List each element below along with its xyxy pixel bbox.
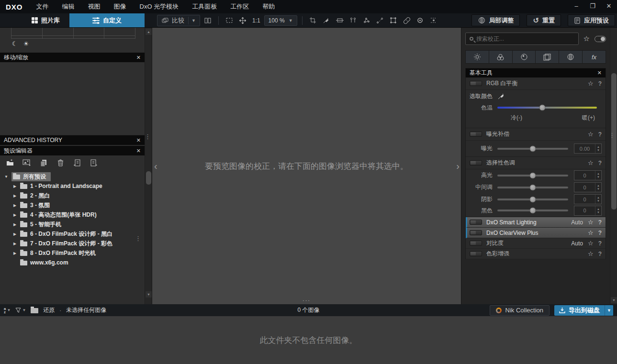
spin-up-icon[interactable]: ▲: [597, 145, 600, 148]
preset-folder[interactable]: ▶ 1 - Portrait and Landscape: [0, 181, 145, 191]
tree-collapsed-icon[interactable]: ▶: [12, 203, 17, 208]
exposure-slider[interactable]: [497, 148, 568, 150]
slider-handle[interactable]: [530, 196, 536, 202]
slider-handle[interactable]: [530, 184, 536, 190]
favorite-star-icon[interactable]: ☆: [588, 159, 594, 166]
category-geometry-tab[interactable]: [536, 51, 559, 63]
spin-down-icon[interactable]: ▼: [597, 211, 600, 214]
white-balance-enable-toggle[interactable]: [470, 81, 482, 86]
delete-preset-icon[interactable]: [55, 157, 66, 168]
control-point-icon[interactable]: [348, 15, 359, 26]
scroll-up-icon[interactable]: ▲: [146, 29, 152, 35]
color-enhance-row[interactable]: 色彩增强 ☆ ?: [466, 249, 606, 259]
scrollbar-thumb[interactable]: [146, 171, 151, 185]
tree-collapsed-icon[interactable]: ▶: [12, 222, 17, 227]
tree-collapsed-icon[interactable]: ▶: [12, 242, 17, 246]
search-input[interactable]: [476, 35, 574, 42]
slider-handle[interactable]: [530, 208, 536, 214]
clearview-row[interactable]: DxO ClearView Plus ☆ ?: [466, 228, 606, 238]
menu-optics-modules[interactable]: DxO 光学模块: [133, 0, 186, 13]
spinner[interactable]: ▲▼: [595, 195, 601, 204]
favorite-star-icon[interactable]: ☆: [588, 250, 594, 257]
scroll-down-icon[interactable]: ▼: [611, 297, 617, 303]
control-line-icon[interactable]: [374, 15, 386, 26]
crop-icon[interactable]: [307, 15, 319, 26]
new-folder-icon[interactable]: [5, 157, 15, 168]
perspective-icon[interactable]: [388, 15, 399, 26]
repair-icon[interactable]: [401, 15, 413, 26]
contrast-row[interactable]: 对比度 Auto ☆ ?: [466, 238, 606, 249]
preset-folder[interactable]: ▶ 5 - 智能手机: [0, 220, 145, 229]
compare-button[interactable]: 比较 ▼: [157, 15, 200, 26]
category-color-tab[interactable]: [489, 51, 513, 63]
splitter-handle[interactable]: ···: [303, 298, 311, 303]
color-enhance-enable-toggle[interactable]: [470, 251, 482, 256]
temperature-slider[interactable]: [497, 107, 597, 109]
search-corrections-box[interactable]: [465, 33, 579, 45]
highlights-slider[interactable]: [497, 175, 568, 176]
menu-view[interactable]: 视图: [81, 0, 107, 13]
menu-workspace[interactable]: 工作区: [224, 0, 256, 13]
left-panel-scrollbar[interactable]: ▲ ▼: [145, 28, 152, 304]
export-options-caret[interactable]: ▼: [605, 305, 613, 316]
spin-down-icon[interactable]: ▼: [597, 149, 600, 152]
tree-collapsed-icon[interactable]: ▶: [12, 213, 17, 217]
current-folder-icon[interactable]: [31, 308, 38, 313]
spinner[interactable]: ▲▼: [595, 183, 601, 192]
control-polygon-icon[interactable]: [361, 15, 372, 26]
spin-up-icon[interactable]: ▲: [597, 184, 600, 187]
tree-expanded-icon[interactable]: ▼: [4, 175, 9, 179]
highlights-value-box[interactable]: 0 ▲▼: [574, 170, 602, 180]
category-fx-tab[interactable]: fx: [583, 51, 606, 63]
close-icon[interactable]: ✕: [136, 55, 141, 61]
favorite-star-icon[interactable]: ☆: [588, 240, 594, 247]
spinner[interactable]: ▲▼: [595, 171, 601, 180]
favorite-star-icon[interactable]: ☆: [588, 219, 594, 226]
help-icon[interactable]: ?: [598, 219, 602, 226]
selective-tone-enable-toggle[interactable]: [470, 160, 482, 165]
spin-down-icon[interactable]: ▼: [597, 188, 600, 190]
panel-resize-handle[interactable]: ⋮: [609, 134, 615, 137]
zoom-1to1-button[interactable]: 1:1: [250, 17, 262, 24]
close-button[interactable]: ✕: [601, 0, 617, 13]
filter-dropdown[interactable]: ▼: [15, 308, 26, 313]
horizon-icon[interactable]: [334, 15, 346, 26]
spinner[interactable]: ▲▼: [595, 206, 601, 215]
exposure-value-box[interactable]: 0.00 ▲▼: [574, 143, 602, 154]
favorites-filter-icon[interactable]: ☆: [583, 34, 590, 43]
spin-up-icon[interactable]: ▲: [597, 172, 600, 175]
scrollbar-thumb[interactable]: [611, 73, 617, 210]
contrast-enable-toggle[interactable]: [470, 241, 482, 246]
panel-resize-handle[interactable]: ⋮: [145, 135, 151, 138]
spin-down-icon[interactable]: ▼: [597, 199, 600, 202]
menu-file[interactable]: 文件: [30, 0, 56, 13]
help-icon[interactable]: ?: [598, 251, 602, 257]
split-view-icon[interactable]: [202, 15, 213, 26]
tree-collapsed-icon[interactable]: ▶: [12, 194, 17, 198]
smart-lighting-enable-toggle[interactable]: [470, 220, 482, 225]
highlight-clipping-icon[interactable]: ☀: [23, 40, 29, 47]
help-icon[interactable]: ?: [598, 240, 602, 247]
close-icon[interactable]: ✕: [136, 148, 141, 154]
tab-customize[interactable]: 自定义: [69, 13, 145, 27]
category-local-adjustments-tab[interactable]: [559, 51, 583, 63]
duplicate-preset-icon[interactable]: [38, 157, 49, 168]
minimize-button[interactable]: –: [568, 0, 584, 13]
menu-help[interactable]: 帮助: [256, 0, 281, 13]
preset-folder[interactable]: ▶ 6 - DxO FilmPack 设计师 - 黑白: [0, 229, 145, 239]
clearview-enable-toggle[interactable]: [470, 230, 482, 235]
category-detail-tab[interactable]: [513, 51, 536, 63]
fit-screen-icon[interactable]: [224, 15, 235, 26]
help-icon[interactable]: ?: [598, 80, 602, 87]
favorite-star-icon[interactable]: ☆: [588, 80, 594, 87]
smart-lighting-row[interactable]: DxO Smart Lighting Auto ☆ ?: [466, 217, 606, 228]
compare-caret-icon[interactable]: ▼: [188, 17, 196, 24]
eyedropper-icon[interactable]: [321, 15, 332, 26]
nik-collection-button[interactable]: Nik Collection: [490, 305, 550, 316]
import-preset-icon[interactable]: [72, 157, 82, 168]
preset-folder[interactable]: ▶ 2 - 黑白: [0, 191, 145, 200]
maximize-button[interactable]: ❐: [584, 0, 601, 13]
spin-up-icon[interactable]: ▲: [597, 196, 600, 199]
tab-photolibrary[interactable]: 照片库: [22, 13, 69, 27]
close-icon[interactable]: ✕: [597, 70, 602, 76]
